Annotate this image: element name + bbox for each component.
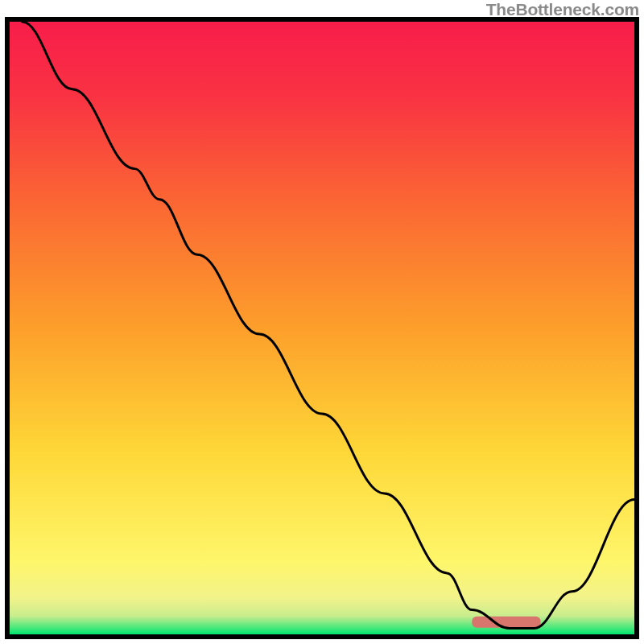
chart-plot-area bbox=[5, 17, 639, 639]
optimal-range-marker bbox=[472, 617, 540, 628]
gradient-background bbox=[10, 22, 634, 634]
chart-frame bbox=[5, 17, 639, 639]
